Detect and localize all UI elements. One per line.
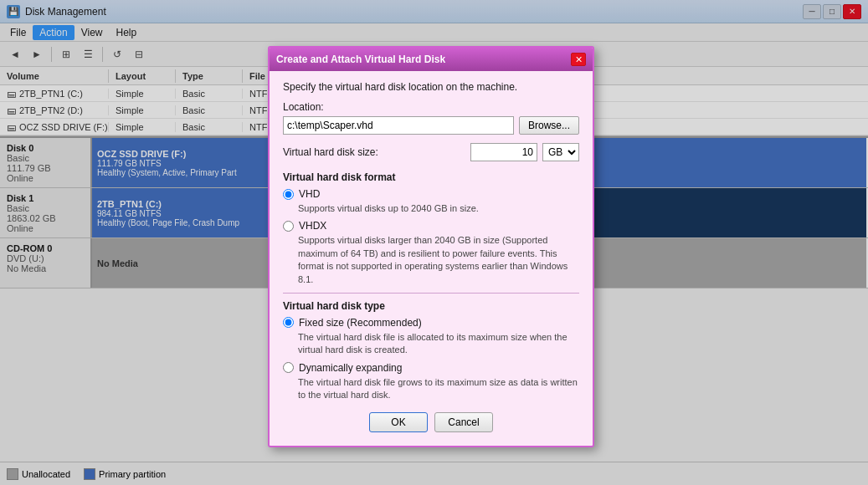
location-row: Browse...: [283, 116, 579, 135]
vhdx-label[interactable]: VHDX: [299, 220, 326, 232]
dynamic-desc: The virtual hard disk file grows to its …: [298, 376, 579, 402]
vhdx-radio-row: VHDX: [283, 220, 579, 232]
dialog-body: Specify the virtual hard disk location o…: [270, 71, 593, 446]
dialog-title-bar: Create and Attach Virtual Hard Disk ✕: [270, 48, 593, 71]
fixed-desc: The virtual hard disk file is allocated …: [298, 331, 579, 357]
location-input[interactable]: [283, 116, 514, 135]
vhd-label[interactable]: VHD: [299, 188, 320, 200]
size-row: Virtual hard disk size: MB GB TB: [283, 143, 579, 161]
ok-button[interactable]: OK: [369, 412, 428, 432]
dialog-title: Create and Attach Virtual Hard Disk: [276, 54, 445, 65]
browse-button[interactable]: Browse...: [519, 116, 579, 135]
location-label: Location:: [283, 101, 579, 113]
vhdx-radio[interactable]: [283, 221, 294, 232]
fixed-radio-row: Fixed size (Recommended): [283, 317, 579, 329]
size-input[interactable]: [470, 143, 537, 161]
vhd-radio-row: VHD: [283, 188, 579, 200]
dialog-close-button[interactable]: ✕: [571, 53, 586, 66]
section-divider: [283, 293, 579, 294]
format-section-label: Virtual hard disk format: [283, 171, 579, 183]
dynamic-radio[interactable]: [283, 362, 294, 373]
vhdx-desc: Supports virtual disks larger than 2040 …: [298, 234, 579, 286]
dialog-description: Specify the virtual hard disk location o…: [283, 81, 579, 93]
dynamic-label[interactable]: Dynamically expanding: [299, 362, 402, 374]
dialog-footer: OK Cancel: [283, 412, 579, 436]
size-label: Virtual hard disk size:: [283, 146, 465, 158]
size-unit-select[interactable]: MB GB TB: [542, 143, 579, 161]
type-section-label: Virtual hard disk type: [283, 300, 579, 312]
cancel-button[interactable]: Cancel: [434, 412, 493, 432]
fixed-label[interactable]: Fixed size (Recommended): [299, 317, 422, 329]
dynamic-radio-row: Dynamically expanding: [283, 362, 579, 374]
vhd-radio[interactable]: [283, 189, 294, 200]
create-vhd-dialog: Create and Attach Virtual Hard Disk ✕ Sp…: [268, 46, 594, 447]
fixed-radio[interactable]: [283, 317, 294, 328]
vhd-desc: Supports virtual disks up to 2040 GB in …: [298, 202, 579, 215]
